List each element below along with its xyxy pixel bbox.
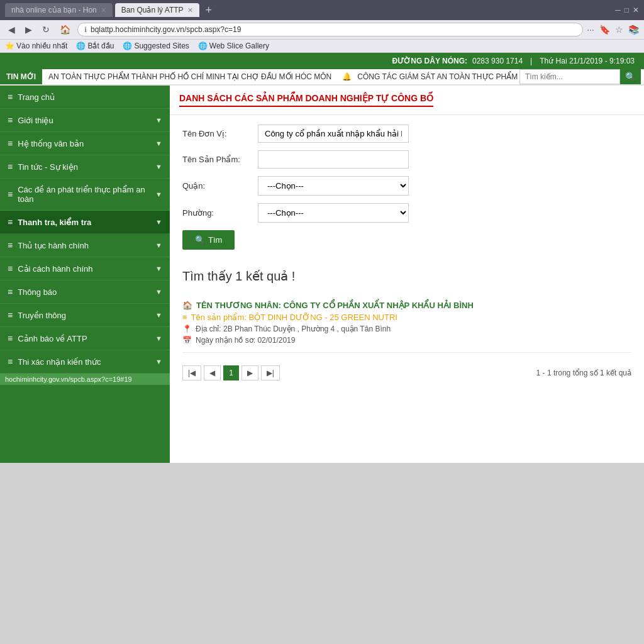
sidebar-item-caicach[interactable]: ≡ Cải cách hành chính ▼ [0, 257, 170, 280]
result-product-0: ≡ Tên sản phẩm: BỘT DINH DƯỠNG - 25 GREE… [182, 313, 631, 322]
menu-icon-11: ≡ [8, 357, 13, 367]
menu-icon-3: ≡ [8, 162, 13, 172]
search-icon: 🔍 [195, 235, 205, 245]
quan-select[interactable]: ---Chọn--- [258, 176, 409, 196]
sidebar-item-tintuc[interactable]: ≡ Tin tức - Sự kiện ▼ [0, 155, 170, 179]
bookmark-item-4[interactable]: 🌐 Web Slice Gallery [198, 42, 269, 50]
back-button[interactable]: ◀ [5, 23, 18, 36]
sidebar-label-8: Thông báo [18, 287, 57, 297]
sidebar-item-canhbao[interactable]: ≡ Cảnh báo về ATTP ▼ [0, 327, 170, 350]
status-url: hochiminhcity.gov.vn/spcb.aspx?c=19#19 [5, 375, 132, 383]
menu-icon-1: ≡ [8, 115, 13, 125]
bookmark-2-label: Bắt đầu [87, 42, 114, 50]
arrow-icon-10: ▼ [155, 335, 162, 342]
sidebar-item-thutuc[interactable]: ≡ Thủ tục hành chính ▼ [0, 234, 170, 257]
next-page-button[interactable]: ▶ [242, 365, 258, 380]
search-button[interactable]: 🔍 [620, 69, 641, 84]
browser-titlebar: nhà online của bạn - Hon ✕ Ban Quản lý A… [0, 0, 644, 20]
sidebar-item-thixacnhan[interactable]: ≡ Thi xác nhận kiến thức ▼ [0, 350, 170, 374]
bookmark-3-icon: 🌐 [123, 42, 132, 50]
tim-button[interactable]: 🔍 Tìm [182, 230, 235, 250]
sidebar-label-4: Các đề án phát triển thực phẩm an toàn [18, 185, 155, 204]
bookmark-item-2[interactable]: 🌐 Bắt đầu [76, 42, 114, 50]
tab-2-label: Ban Quản lý ATTP [121, 6, 184, 14]
don-vi-row: Tên Đơn Vị: [182, 125, 631, 143]
phuong-select[interactable]: ---Chọn--- [258, 203, 409, 223]
sidebar-item-trangchu[interactable]: ≡ Trang chủ [0, 86, 170, 109]
sidebar-item-thongbao[interactable]: ≡ Thông báo ▼ [0, 280, 170, 304]
san-pham-label: Tên Sản Phẩm: [182, 155, 258, 164]
phuong-label: Phường: [182, 208, 258, 218]
reload-button[interactable]: ↻ [39, 23, 53, 36]
first-page-button[interactable]: |◀ [182, 365, 201, 380]
result-company-0: 🏠 TÊN THƯƠNG NHÂN: CÔNG TY CỔ PHẦN XUẤT … [182, 301, 631, 310]
page-1-button[interactable]: 1 [223, 365, 239, 380]
product-name-0: Tên sản phẩm: BỘT DINH DƯỠNG - 25 GREEN … [191, 313, 397, 322]
news-text-1: AN TOÀN THỰC PHẨM THÀNH PHỐ HỒ CHÍ MINH … [48, 69, 519, 84]
calendar-icon-0: 📅 [182, 336, 192, 345]
datetime-text: Thứ Hai 21/1/2019 - 9:19:03 [540, 57, 635, 65]
sidebar-item-truyenthong[interactable]: ≡ Truyền thông ▼ [0, 304, 170, 327]
phuong-row: Phường: ---Chọn--- [182, 203, 631, 223]
more-options-icon[interactable]: ··· [587, 25, 594, 35]
arrow-icon-7: ▼ [155, 265, 162, 272]
minimize-button[interactable]: ─ [615, 6, 621, 14]
top-bar: ĐƯỜNG DÂY NÓNG: 0283 930 1714 | Thứ Hai … [0, 53, 644, 69]
bookmark-item-1[interactable]: ⭐ Vào nhiều nhất [5, 42, 67, 50]
address-text-0: Địa chỉ: 2B Phan Thúc Duyện , Phường 4 ,… [196, 325, 391, 333]
arrow-icon-9: ▼ [155, 311, 162, 319]
sidebar-label-10: Cảnh báo về ATTP [18, 334, 87, 343]
list-icon-0: ≡ [182, 313, 187, 322]
bookmark-icon[interactable]: 🔖 [599, 25, 610, 35]
toolbar-icons: ··· 🔖 ☆ 📚 [587, 25, 639, 35]
home-button[interactable]: 🏠 [57, 23, 74, 36]
arrow-icon-4: ▼ [155, 191, 162, 198]
page-title: DANH SÁCH CÁC SẢN PHẨM DOANH NGHIỆP TỰ C… [179, 93, 433, 107]
menu-icon-2: ≡ [8, 138, 13, 148]
search-form: Tên Đơn Vị: Tên Sản Phẩm: Quận: ---Chọn-… [170, 115, 644, 259]
forward-button[interactable]: ▶ [22, 23, 35, 36]
san-pham-input[interactable] [258, 150, 409, 169]
page-title-bar: DANH SÁCH CÁC SẢN PHẨM DOANH NGHIỆP TỰ C… [170, 86, 644, 115]
browser-tab-2[interactable]: Ban Quản lý ATTP ✕ [115, 3, 199, 17]
sidebar-item-dean[interactable]: ≡ Các đề án phát triển thực phẩm an toàn… [0, 179, 170, 211]
arrow-icon-6: ▼ [155, 242, 162, 249]
sidebar-label-3: Tin tức - Sự kiện [18, 162, 78, 172]
tim-label: Tìm [208, 235, 222, 245]
close-button[interactable]: ✕ [633, 6, 639, 14]
browser-tab-1[interactable]: nhà online của bạn - Hon ✕ [5, 3, 113, 17]
tab-2-close[interactable]: ✕ [187, 6, 193, 14]
sidebar-item-hethong[interactable]: ≡ Hệ thống văn bản ▼ [0, 132, 170, 155]
hotline-number: 0283 930 1714 [472, 57, 523, 65]
menu-icon-0: ≡ [8, 92, 13, 102]
prev-page-button[interactable]: ◀ [204, 365, 221, 380]
bookmark-item-3[interactable]: 🌐 Suggested Sites [123, 42, 189, 50]
home-icon-0: 🏠 [182, 301, 192, 310]
search-input[interactable] [519, 69, 620, 84]
address-bar[interactable]: ℹ bqlattp.hochiminhcity.gov.vn/spcb.aspx… [77, 23, 583, 36]
tab-1-label: nhà online của bạn - Hon [11, 6, 97, 14]
new-tab-button[interactable]: + [202, 4, 216, 17]
news-icon: 🔔 [342, 72, 352, 81]
sidebar-label-5: Thanh tra, kiểm tra [18, 218, 91, 227]
sidebar-label-1: Giới thiệu [18, 116, 53, 125]
bookmark-4-label: Web Slice Gallery [209, 42, 269, 50]
menu-icon-7: ≡ [8, 264, 13, 274]
sidebar-item-thanhtra[interactable]: ≡ Thanh tra, kiểm tra ▼ [0, 211, 170, 234]
page-wrapper: ĐƯỜNG DÂY NÓNG: 0283 930 1714 | Thứ Hai … [0, 53, 644, 463]
tab-1-close[interactable]: ✕ [101, 6, 106, 14]
menu-icon-6: ≡ [8, 240, 13, 250]
star-icon[interactable]: ☆ [615, 25, 623, 35]
pagination: |◀ ◀ 1 ▶ ▶| 1 - 1 trong tổng số 1 kết qu… [182, 359, 631, 387]
quan-label: Quận: [182, 181, 258, 191]
sidebar-item-gioithieu[interactable]: ≡ Giới thiệu ▼ [0, 109, 170, 132]
company-name-0: TÊN THƯƠNG NHÂN: CÔNG TY CỔ PHẦN XUẤT NH… [196, 301, 474, 310]
don-vi-input[interactable] [258, 125, 409, 143]
sidebar-label-6: Thủ tục hành chính [18, 241, 89, 250]
last-page-button[interactable]: ▶| [261, 365, 280, 380]
sidebar-label-7: Cải cách hành chính [18, 264, 92, 274]
maximize-button[interactable]: □ [625, 6, 629, 14]
reading-list-icon[interactable]: 📚 [628, 25, 639, 35]
menu-icon-10: ≡ [8, 333, 13, 343]
results-count: Tìm thấy 1 kết quả ! [182, 269, 631, 284]
